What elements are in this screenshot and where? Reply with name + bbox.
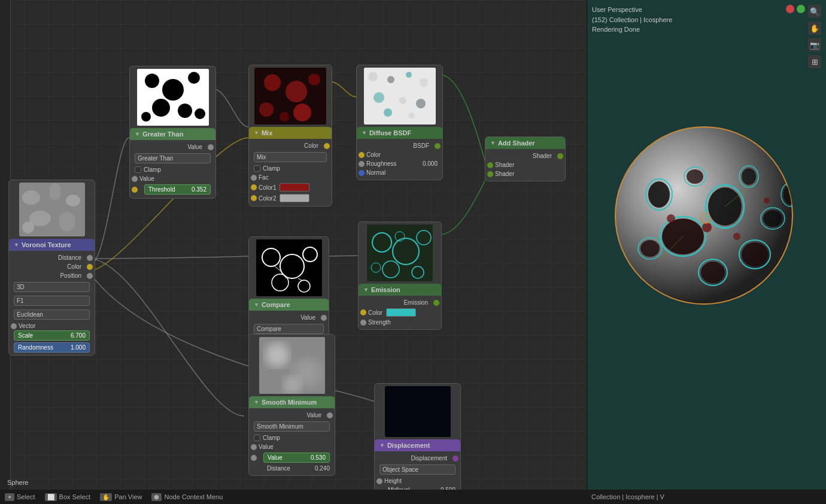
svg-point-46 — [265, 343, 289, 367]
pan-view-item[interactable]: ✋ Pan View — [100, 493, 142, 501]
vp-dot-green — [797, 5, 805, 13]
node-add-shader[interactable]: ▼ Add Shader Shader Shader Shader — [485, 136, 566, 181]
render-sphere-container — [605, 48, 803, 383]
add-shader-input1[interactable] — [487, 162, 493, 168]
mix-header: ▼ Mix — [249, 127, 332, 139]
voronoi-randomness-bar[interactable]: Randomness 1.000 — [14, 342, 90, 353]
bottom-bar: ✦ Select ⬜ Box Select ✋ Pan View ⬢ Node … — [0, 490, 587, 504]
select-item[interactable]: ✦ Select — [5, 493, 35, 501]
voronoi-color-output[interactable] — [87, 264, 93, 270]
viewport-icon-camera[interactable]: 📷 — [808, 38, 821, 51]
viewport-info: User Perspective (152) Collection | Icos… — [592, 5, 672, 35]
svg-point-4 — [59, 212, 75, 231]
diffuse-bsdf-output[interactable] — [435, 143, 441, 149]
emission-header: ▼ Emission — [359, 284, 441, 296]
svg-point-54 — [742, 242, 768, 266]
svg-point-7 — [145, 74, 159, 88]
emission-color-input[interactable] — [360, 309, 366, 315]
greater-than-value-input[interactable] — [132, 176, 138, 182]
greater-than-header: ▼ Greater Than — [130, 128, 215, 140]
svg-point-9 — [188, 72, 200, 84]
greater-than-clamp-row[interactable]: Clamp — [135, 165, 211, 174]
voronoi-f-select[interactable]: F1 — [14, 296, 90, 306]
svg-point-2 — [66, 195, 80, 207]
smooth-clamp-row[interactable]: Clamp — [254, 433, 330, 442]
smooth-value-input2[interactable] — [251, 455, 257, 461]
greater-than-threshold-input[interactable] — [132, 187, 138, 193]
mix-clamp-checkbox[interactable] — [254, 165, 260, 172]
compare-type-select[interactable]: Compare — [254, 324, 324, 334]
svg-point-16 — [286, 81, 307, 102]
svg-point-18 — [259, 102, 274, 117]
svg-point-19 — [293, 104, 311, 122]
displacement-preview — [385, 386, 451, 437]
mix-color2-swatch[interactable] — [280, 194, 309, 202]
mix-color1-input[interactable] — [251, 184, 257, 190]
mix-type-select[interactable]: Mix — [254, 152, 327, 162]
voronoi-scale-bar[interactable]: Scale 6.700 — [14, 330, 90, 341]
smooth-value-bar[interactable]: Value 0.530 — [263, 453, 330, 463]
mix-color2-input[interactable] — [251, 195, 257, 201]
viewport: User Perspective (152) Collection | Icos… — [587, 0, 826, 504]
displacement-output[interactable] — [453, 456, 458, 462]
displacement-header: ▼ Displacement — [375, 439, 460, 451]
node-mix[interactable]: ▼ Mix Color Mix Clamp Fac — [248, 65, 332, 207]
node-voronoi[interactable]: ▼ Voronoi Texture Distance Color Positio… — [8, 180, 95, 356]
diffuse-roughness-input[interactable] — [359, 161, 365, 167]
mix-color1-swatch[interactable] — [280, 183, 309, 192]
node-editor[interactable]: ▼ Voronoi Texture Distance Color Positio… — [0, 0, 587, 504]
main-area: ▼ Voronoi Texture Distance Color Positio… — [0, 0, 826, 504]
compare-value-output[interactable] — [321, 315, 327, 321]
voronoi-distance-output[interactable] — [87, 255, 93, 261]
rendered-sphere-svg — [605, 117, 803, 314]
node-diffuse-bsdf[interactable]: ▼ Diffuse BSDF BSDF Color Roughness 0.00… — [356, 65, 443, 180]
node-emission[interactable]: ▼ Emission Emission Color Strength — [358, 221, 442, 330]
svg-point-8 — [162, 79, 184, 101]
viewport-icon-zoom[interactable]: 🔍 — [808, 5, 821, 18]
node-smooth-minimum[interactable]: ▼ Smooth Minimum Value Smooth Minimum Cl… — [248, 334, 335, 476]
svg-point-11 — [178, 104, 192, 118]
add-shader-output[interactable] — [557, 153, 563, 159]
box-select-item[interactable]: ⬜ Box Select — [45, 493, 91, 501]
smooth-value-input[interactable] — [251, 444, 257, 450]
voronoi-dist-select[interactable]: Euclidean — [14, 309, 90, 320]
greater-than-clamp-checkbox[interactable] — [135, 166, 141, 173]
viewport-icon-hand[interactable]: ✋ — [808, 22, 821, 35]
diffuse-color-input[interactable] — [359, 152, 365, 158]
svg-point-10 — [152, 99, 170, 117]
emission-strength-input[interactable] — [360, 320, 366, 326]
emission-color-swatch[interactable] — [386, 308, 416, 317]
greater-than-type-select[interactable]: Greater Than — [135, 153, 211, 163]
voronoi-position-output[interactable] — [87, 273, 93, 279]
smooth-clamp-checkbox[interactable] — [254, 435, 260, 441]
vp-dot-red — [786, 5, 794, 13]
greater-than-threshold-bar[interactable]: Threshold 0.352 — [144, 184, 211, 195]
mix-fac-input[interactable] — [251, 175, 257, 181]
svg-point-13 — [195, 108, 205, 119]
diffuse-header: ▼ Diffuse BSDF — [357, 127, 442, 139]
add-shader-input2[interactable] — [487, 171, 493, 177]
node-displacement[interactable]: ▼ Displacement Displacement Object Space… — [374, 383, 461, 504]
viewport-bottom-bar: Collection | Icosphere | V — [587, 490, 826, 504]
diffuse-normal-input[interactable] — [359, 170, 365, 176]
node-context-item[interactable]: ⬢ Node Context Menu — [151, 493, 223, 501]
voronoi-vector-input[interactable] — [11, 323, 17, 329]
smooth-type-select[interactable]: Smooth Minimum — [254, 421, 330, 432]
svg-point-12 — [141, 112, 151, 122]
node-greater-than[interactable]: ▼ Greater Than Value Greater Than Clamp … — [129, 66, 216, 199]
mix-clamp-row[interactable]: Clamp — [254, 164, 327, 173]
mix-color-output[interactable] — [324, 143, 330, 149]
smooth-value-output[interactable] — [327, 412, 333, 418]
emission-output[interactable] — [433, 300, 439, 306]
displacement-space-select[interactable]: Object Space — [379, 464, 455, 475]
voronoi-dim-select[interactable]: 3D — [14, 282, 90, 292]
greater-than-value-output[interactable] — [208, 144, 214, 150]
svg-point-56 — [701, 262, 725, 283]
svg-point-5 — [22, 221, 34, 233]
viewport-icons[interactable]: 🔍 ✋ 📷 ⊞ — [808, 5, 821, 68]
svg-point-22 — [368, 72, 378, 81]
svg-point-1 — [49, 183, 61, 200]
displacement-height-input[interactable] — [376, 478, 382, 484]
viewport-icon-grid[interactable]: ⊞ — [808, 55, 821, 68]
add-shader-header: ▼ Add Shader — [485, 137, 565, 149]
